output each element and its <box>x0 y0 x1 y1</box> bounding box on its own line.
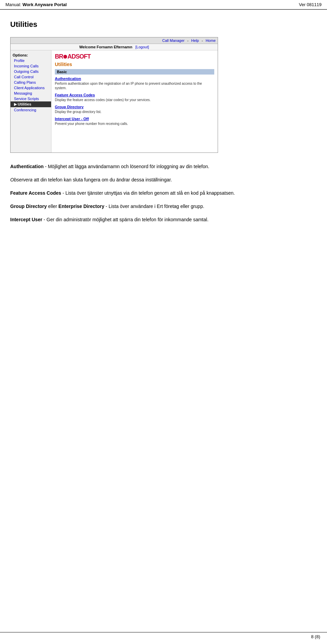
text-intercept-user: Intercept User - Ger din administratör m… <box>10 216 317 223</box>
authentication-text: - Möjlighet att lägga användarnamn och l… <box>44 164 209 169</box>
page-number: 8 (8) <box>311 634 320 639</box>
group-directory-link[interactable]: Group Directory <box>55 105 214 109</box>
group-directory-eller: eller <box>47 204 58 209</box>
nav-separator-1: - <box>187 38 189 43</box>
basic-bar: Basic <box>55 69 214 75</box>
welcome-text: Welcome Fornamn Efternamn <box>79 45 133 49</box>
text-authentication: Authentication - Möjlighet att lägga anv… <box>10 163 317 170</box>
text-feature-access-codes: Feature Access Codes - Lista över tjänst… <box>10 190 317 197</box>
sidebar-item-outgoing-calls[interactable]: Outgoing Calls <box>11 69 51 74</box>
enterprise-directory-bold: Enterprise Directory <box>59 204 105 209</box>
page-footer: 8 (8) <box>311 634 320 639</box>
logout-link[interactable]: [Logout] <box>136 45 149 49</box>
intercept-user-text: - Ger din administratör möjlighet att sp… <box>42 217 208 222</box>
browser-body: Options: Profile Incoming Calls Outgoing… <box>11 50 218 152</box>
intercept-user-link[interactable]: Intercept User - Off <box>55 117 214 121</box>
manual-title: Manual: Work Anyware Portal <box>5 2 67 7</box>
page-title: Utilities <box>10 20 317 29</box>
sidebar-item-profile[interactable]: Profile <box>11 58 51 63</box>
intercept-user-desc: Prevent your phone number from receiving… <box>55 122 214 126</box>
help-link[interactable]: Help <box>191 38 199 43</box>
browser-screenshot: Call Manager - Help - Home Welcome Forna… <box>10 37 218 153</box>
sidebar-item-utilities[interactable]: Utilities <box>11 101 51 107</box>
text-group-directory: Group Directory eller Enterprise Directo… <box>10 203 317 210</box>
call-manager-link[interactable]: Call Manager <box>162 38 184 43</box>
browser-utilities-heading: Utilities <box>55 62 214 67</box>
authentication-desc: Perform authentication upon the registra… <box>55 81 214 90</box>
logout-label <box>133 45 134 49</box>
sidebar-item-incoming-calls[interactable]: Incoming Calls <box>11 63 51 69</box>
sidebar-item-calling-plans[interactable]: Calling Plans <box>11 80 51 85</box>
feature-access-codes-link[interactable]: Feature Access Codes <box>55 93 214 97</box>
group-directory-desc: Display the group directory list. <box>55 110 214 114</box>
browser-group-directory-section: Group Directory Display the group direct… <box>55 105 214 114</box>
page-header: Manual: Work Anyware Portal Ver 081119 <box>0 0 327 10</box>
manual-title-bold: Work Anyware Portal <box>22 2 67 7</box>
intercept-user-bold: Intercept User <box>10 217 42 222</box>
version-label: Ver 081119 <box>299 2 322 7</box>
sidebar-options-label: Options: <box>11 52 51 58</box>
nav-separator-2: - <box>202 38 203 43</box>
observera-text: att din telefon kan sluta fungera om du … <box>32 177 172 182</box>
browser-navbar: Call Manager - Help - Home <box>11 37 218 44</box>
observera-italic: Observera <box>10 177 32 182</box>
broadsoft-logo: BRADSOFT <box>55 53 214 60</box>
feature-access-codes-desc: Display the feature access codes (star c… <box>55 98 214 102</box>
sidebar-item-conferencing[interactable]: Conferencing <box>11 107 51 113</box>
sidebar-item-service-scripts[interactable]: Service Scripts <box>11 96 51 101</box>
authentication-bold: Authentication <box>10 164 44 169</box>
welcome-bar: Welcome Fornamn Efternamn [Logout] <box>11 44 218 50</box>
sidebar-item-client-applications[interactable]: Client Applications <box>11 85 51 91</box>
browser-main-panel: BRADSOFT Utilities Basic Authentication … <box>51 50 218 152</box>
sidebar-item-call-control[interactable]: Call Control <box>11 74 51 80</box>
authentication-link[interactable]: Authentication <box>55 77 214 81</box>
browser-authentication-section: Authentication Perform authentication up… <box>55 77 214 90</box>
main-content: Utilities Call Manager - Help - Home Wel… <box>0 10 327 240</box>
browser-sidebar: Options: Profile Incoming Calls Outgoing… <box>11 50 51 152</box>
browser-feature-access-section: Feature Access Codes Display the feature… <box>55 93 214 102</box>
feature-access-codes-bold: Feature Access Codes <box>10 190 61 196</box>
feature-access-codes-text: - Lista över tjänster utnyttjas via din … <box>61 190 235 196</box>
home-link[interactable]: Home <box>206 38 216 43</box>
group-directory-bold: Group Directory <box>10 204 47 209</box>
footer-divider <box>0 632 327 632</box>
group-directory-text: - Lista över användare i Ert företag ell… <box>104 204 204 209</box>
browser-intercept-user-section: Intercept User - Off Prevent your phone … <box>55 117 214 126</box>
sidebar-item-messaging[interactable]: Messaging <box>11 91 51 96</box>
text-observera: Observera att din telefon kan sluta fung… <box>10 176 317 183</box>
